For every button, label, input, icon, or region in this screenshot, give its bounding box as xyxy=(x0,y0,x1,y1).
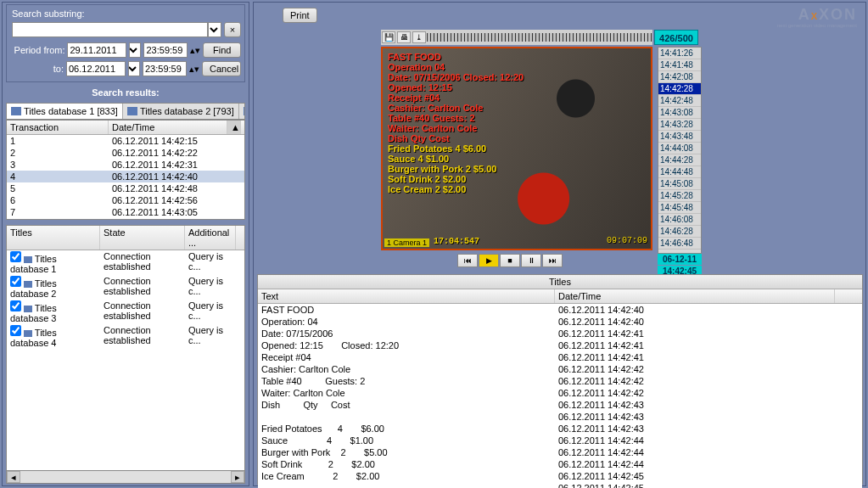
database-icon xyxy=(24,256,32,263)
cancel-button[interactable]: Cancel xyxy=(202,61,241,76)
titles-panel: Titles Text Date/Time FAST FOOD06.12.201… xyxy=(257,274,863,485)
col-titles[interactable]: Titles xyxy=(7,226,100,250)
prev-button[interactable]: ⏮ xyxy=(457,254,478,267)
from-date-dropdown[interactable] xyxy=(129,42,141,58)
overlay-time: 17:04:547 xyxy=(434,237,479,247)
timeline-bar: 💾 🖶 ⤓ xyxy=(381,30,652,45)
results-row[interactable]: 506.12.2011 14:42:48 xyxy=(7,182,244,194)
print-button[interactable]: Print xyxy=(283,8,317,23)
source-checkbox[interactable] xyxy=(10,325,21,336)
find-button[interactable]: Find xyxy=(203,42,241,58)
time-item[interactable]: 14:43:48 xyxy=(658,131,701,143)
title-row[interactable]: Table #40 Guests: 206.12.2011 14:42:42 xyxy=(258,375,862,387)
source-checkbox[interactable] xyxy=(10,251,21,262)
playback-controls: ⏮ ▶ ■ ⏸ ⏭ xyxy=(457,254,563,267)
to-date-dropdown[interactable] xyxy=(128,61,140,76)
title-row[interactable]: Receipt #0406.12.2011 14:42:41 xyxy=(258,351,862,363)
scroll-right-icon[interactable]: ▸ xyxy=(231,471,244,483)
col-datetime[interactable]: Date/Time xyxy=(109,121,227,134)
brand-logo: AXXON xyxy=(798,6,857,24)
title-row[interactable]: Burger with Pork 2 $5.0006.12.2011 14:42… xyxy=(258,446,862,458)
title-row[interactable]: 06.12.2011 14:42:43 xyxy=(258,411,862,423)
title-row[interactable]: Waiter: Carlton Cole06.12.2011 14:42:42 xyxy=(258,387,862,399)
database-icon xyxy=(11,107,21,115)
tab[interactable]: Titles database 2 [793] xyxy=(123,104,239,119)
tab[interactable]: Titles database 1 [833] xyxy=(7,104,123,119)
col-state[interactable]: State xyxy=(100,226,185,250)
results-row[interactable]: 706.12.2011 14:43:05 xyxy=(7,206,244,218)
time-item[interactable]: 14:42:08 xyxy=(658,71,701,83)
timestamp-list[interactable]: 14:41:2614:41:4814:42:0814:42:2814:42:48… xyxy=(658,47,702,254)
print-icon[interactable]: 🖶 xyxy=(397,31,411,43)
play-button[interactable]: ▶ xyxy=(479,254,499,267)
title-row[interactable]: Ice Cream 2 $2.0006.12.2011 14:42:45 xyxy=(258,470,862,482)
results-row[interactable]: 106.12.2011 14:42:15 xyxy=(7,135,244,147)
sources-grid: Titles State Additional ... Titles datab… xyxy=(6,225,245,471)
substring-dropdown[interactable] xyxy=(208,22,221,37)
results-row[interactable]: 306.12.2011 14:42:31 xyxy=(7,159,244,171)
tabs-bar: Titles database 1 [833]Titles database 2… xyxy=(6,103,245,120)
time-item[interactable]: 14:45:28 xyxy=(658,190,701,202)
source-row[interactable]: Titles database 2Connection establishedQ… xyxy=(7,275,244,300)
video-frame[interactable]: FAST FOODOperation 04Date: 07/15/2006 Cl… xyxy=(381,47,652,250)
time-item[interactable]: 14:44:28 xyxy=(658,154,701,166)
time-item[interactable]: 14:46:48 xyxy=(658,238,701,250)
scroll-up-icon[interactable]: ▲ xyxy=(227,121,241,134)
save-icon[interactable]: 💾 xyxy=(382,31,395,43)
scroll-left-icon[interactable]: ◂ xyxy=(7,471,20,483)
results-row[interactable]: 206.12.2011 14:42:22 xyxy=(7,147,244,159)
time-item[interactable]: 14:43:28 xyxy=(658,119,701,131)
time-item[interactable]: 14:45:48 xyxy=(658,202,701,214)
brand-tagline: next generation video management xyxy=(777,23,857,28)
source-checkbox[interactable] xyxy=(10,300,21,311)
time-item[interactable]: 14:46:28 xyxy=(658,226,701,238)
col-transaction[interactable]: Transaction xyxy=(7,121,109,134)
tab[interactable]: Title 4 xyxy=(239,104,245,119)
title-row[interactable]: Dish Qty Cost06.12.2011 14:42:43 xyxy=(258,399,862,411)
clear-button[interactable]: × xyxy=(224,22,241,37)
time-item[interactable]: 14:42:48 xyxy=(658,95,701,107)
col-additional[interactable]: Additional ... xyxy=(185,226,236,250)
results-row[interactable]: 606.12.2011 14:42:56 xyxy=(7,194,244,206)
title-row[interactable]: Operation: 0406.12.2011 14:42:40 xyxy=(258,316,862,328)
time-item[interactable]: 14:45:08 xyxy=(658,178,701,190)
title-row[interactable]: Sauce 4 $1.0006.12.2011 14:42:44 xyxy=(258,435,862,446)
results-row[interactable]: 406.12.2011 14:42:40 xyxy=(7,171,244,182)
time-item[interactable]: 14:43:08 xyxy=(658,107,701,119)
title-row[interactable]: Fried Potatoes 4 $6.0006.12.2011 14:42:4… xyxy=(258,423,862,435)
time-item[interactable]: 14:46:08 xyxy=(658,214,701,226)
next-button[interactable]: ⏭ xyxy=(542,254,563,267)
time-item[interactable]: 14:41:48 xyxy=(658,59,701,71)
timeline-scale[interactable] xyxy=(427,33,652,42)
export-icon[interactable]: ⤓ xyxy=(412,31,426,43)
from-time-input[interactable] xyxy=(143,42,188,58)
camera-tag: 1 Camera 1 xyxy=(384,238,429,247)
pause-button[interactable]: ⏸ xyxy=(521,254,541,267)
title-row[interactable]: FAST FOOD06.12.2011 14:42:40 xyxy=(258,304,862,316)
title-row[interactable]: 06.12.2011 14:42:45 xyxy=(258,482,862,488)
database-icon xyxy=(24,306,32,312)
frame-counter: 426/500 xyxy=(654,30,698,45)
substring-input[interactable] xyxy=(12,22,208,37)
results-label: Search results: xyxy=(6,87,245,98)
to-date-input[interactable] xyxy=(66,61,126,76)
title-row[interactable]: Date: 07/15/200606.12.2011 14:42:41 xyxy=(258,328,862,339)
time-item[interactable]: 14:41:26 xyxy=(658,48,701,59)
col-titles-datetime[interactable]: Date/Time xyxy=(555,289,835,303)
to-time-input[interactable] xyxy=(143,61,187,76)
title-row[interactable]: Soft Drink 2 $2.0006.12.2011 14:42:44 xyxy=(258,458,862,470)
source-row[interactable]: Titles database 3Connection establishedQ… xyxy=(7,300,244,324)
from-date-input[interactable] xyxy=(67,42,126,58)
title-row[interactable]: Cashier: Carlton Cole06.12.2011 14:42:42 xyxy=(258,363,862,375)
col-text[interactable]: Text xyxy=(258,289,555,303)
time-item[interactable]: 14:44:48 xyxy=(658,166,701,178)
time-item[interactable]: 14:42:28 xyxy=(658,83,701,95)
titles-header: Titles xyxy=(258,275,862,289)
horizontal-scrollbar[interactable]: ◂ ▸ xyxy=(6,470,245,484)
title-row[interactable]: Opened: 12:15 Closed: 12:2006.12.2011 14… xyxy=(258,339,862,351)
stop-button[interactable]: ■ xyxy=(500,254,520,267)
time-item[interactable]: 14:44:08 xyxy=(658,143,701,154)
source-row[interactable]: Titles database 1Connection establishedQ… xyxy=(7,250,244,275)
source-row[interactable]: Titles database 4Connection establishedQ… xyxy=(7,324,244,349)
source-checkbox[interactable] xyxy=(10,276,21,287)
